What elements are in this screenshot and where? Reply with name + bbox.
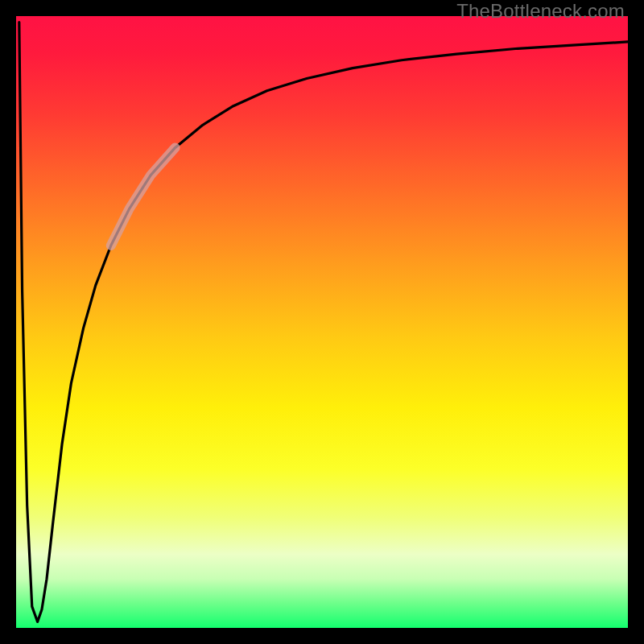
chart-frame: TheBottleneck.com bbox=[0, 0, 644, 644]
watermark-text: TheBottleneck.com bbox=[456, 0, 625, 23]
highlight-segment bbox=[111, 147, 175, 246]
bottleneck-curve bbox=[19, 23, 628, 622]
chart-svg bbox=[16, 16, 628, 628]
